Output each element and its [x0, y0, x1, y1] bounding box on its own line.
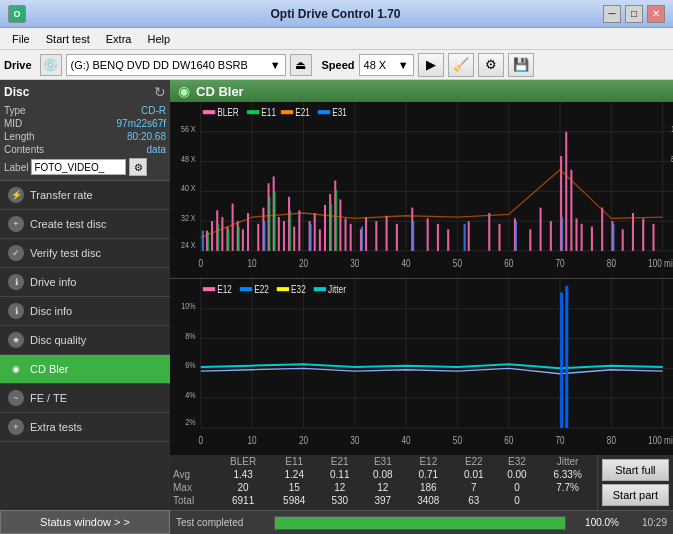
svg-text:E11: E11 [261, 105, 276, 117]
disc-label-label: Label [4, 162, 28, 173]
svg-rect-54 [498, 224, 500, 251]
svg-rect-108 [247, 110, 259, 114]
drive-selector[interactable]: (G:) BENQ DVD DD DW1640 BSRB ▼ [66, 54, 286, 76]
nav-create-test-disc[interactable]: + Create test disc [0, 210, 170, 239]
svg-text:20: 20 [299, 434, 308, 446]
svg-text:Jitter: Jitter [328, 282, 346, 294]
speed-label: Speed [322, 59, 355, 71]
nav-disc-quality[interactable]: ★ Disc quality [0, 326, 170, 355]
disc-type-value: CD-R [141, 105, 166, 116]
app-title: Opti Drive Control 1.70 [68, 7, 603, 21]
menu-file[interactable]: File [4, 31, 38, 47]
verify-icon: ✓ [8, 245, 24, 261]
svg-rect-75 [269, 197, 271, 251]
chart-header-icon: ◉ [178, 83, 190, 99]
svg-rect-131 [565, 286, 568, 428]
svg-rect-29 [278, 217, 280, 251]
svg-rect-52 [468, 221, 470, 251]
disc-section: Disc ↻ Type CD-R MID 97m22s67f Length 80… [0, 80, 170, 181]
menu-extra[interactable]: Extra [98, 31, 140, 47]
disc-label-action-button[interactable]: ⚙ [129, 158, 147, 176]
table-row: Avg 1.43 1.24 0.11 0.08 0.71 0.01 0.00 6… [170, 468, 597, 481]
stats-header-e31: E31 [361, 455, 404, 468]
nav-extra-tests[interactable]: + Extra tests [0, 413, 170, 442]
svg-text:56 X: 56 X [181, 123, 196, 134]
stats-table: BLER E11 E21 E31 E12 E22 E32 Jitter Avg [170, 455, 597, 507]
minimize-button[interactable]: ─ [603, 5, 621, 23]
svg-rect-41 [345, 218, 347, 250]
nav-verify-test-disc[interactable]: ✓ Verify test disc [0, 239, 170, 268]
svg-rect-83 [361, 227, 363, 251]
svg-rect-23 [242, 229, 244, 251]
svg-text:40: 40 [402, 434, 411, 446]
svg-rect-70 [652, 224, 654, 251]
svg-rect-151 [277, 287, 289, 291]
svg-rect-86 [515, 221, 517, 251]
svg-rect-149 [240, 287, 252, 291]
disc-mid-value: 97m22s67f [117, 118, 166, 129]
drive-open-icon[interactable]: ⏏ [290, 54, 312, 76]
total-e31: 397 [361, 494, 404, 507]
status-window-button[interactable]: Status window > > [0, 510, 170, 534]
svg-text:10%: 10% [181, 300, 196, 311]
svg-rect-65 [601, 208, 603, 251]
disc-mid-label: MID [4, 118, 22, 129]
close-button[interactable]: ✕ [647, 5, 665, 23]
stats-header-e12: E12 [404, 455, 452, 468]
svg-text:6%: 6% [185, 359, 196, 370]
svg-text:100 min: 100 min [648, 257, 673, 269]
max-e32: 0 [495, 481, 538, 494]
disc-refresh-icon[interactable]: ↻ [154, 84, 166, 100]
svg-rect-19 [221, 217, 223, 251]
progress-bar-container [274, 516, 566, 530]
nav-transfer-rate[interactable]: ⚡ Transfer rate [0, 181, 170, 210]
svg-text:E32: E32 [291, 282, 306, 294]
svg-rect-46 [386, 216, 388, 251]
nav-disc-info[interactable]: ℹ Disc info [0, 297, 170, 326]
extra-tests-icon: + [8, 419, 24, 435]
speed-selector[interactable]: 48 X ▼ [359, 54, 414, 76]
nav-drive-info[interactable]: ℹ Drive info [0, 268, 170, 297]
svg-rect-130 [560, 293, 563, 428]
svg-rect-51 [447, 229, 449, 251]
svg-text:50: 50 [453, 434, 462, 446]
apply-speed-button[interactable]: ▶ [418, 53, 444, 77]
disc-type-label: Type [4, 105, 26, 116]
svg-rect-53 [488, 213, 490, 251]
nav-fe-te[interactable]: ~ FE / TE [0, 384, 170, 413]
menu-help[interactable]: Help [139, 31, 178, 47]
drive-eject-icon[interactable]: 💿 [40, 54, 62, 76]
svg-text:100 min: 100 min [648, 434, 673, 446]
stats-area: BLER E11 E21 E31 E12 E22 E32 Jitter Avg [170, 455, 597, 510]
svg-rect-21 [232, 204, 234, 251]
bottom-chart: 10% 8% 6% 4% 2% 0 10 20 30 40 50 60 70 8… [170, 279, 673, 455]
svg-rect-37 [324, 205, 326, 251]
save-button[interactable]: 💾 [508, 53, 534, 77]
svg-rect-47 [396, 224, 398, 251]
disc-length-value: 80:20.68 [127, 131, 166, 142]
svg-rect-78 [330, 204, 332, 251]
settings-button[interactable]: ⚙ [478, 53, 504, 77]
stats-header-e32: E32 [495, 455, 538, 468]
maximize-button[interactable]: □ [625, 5, 643, 23]
cd-bler-icon: ◉ [8, 361, 24, 377]
svg-rect-67 [622, 229, 624, 251]
right-panel: ◉ CD Bler [170, 80, 673, 534]
svg-text:4%: 4% [185, 389, 196, 400]
svg-text:30: 30 [350, 434, 359, 446]
menu-start-test[interactable]: Start test [38, 31, 98, 47]
clear-button[interactable]: 🧹 [448, 53, 474, 77]
left-panel: Disc ↻ Type CD-R MID 97m22s67f Length 80… [0, 80, 170, 534]
svg-rect-73 [227, 229, 229, 251]
total-jitter [538, 494, 596, 507]
create-test-icon: + [8, 216, 24, 232]
svg-rect-80 [202, 231, 204, 251]
svg-text:80: 80 [607, 257, 616, 269]
start-full-button[interactable]: Start full [602, 459, 669, 481]
nav-cd-bler[interactable]: ◉ CD Bler [0, 355, 170, 384]
start-part-button[interactable]: Start part [602, 484, 669, 506]
svg-rect-58 [550, 221, 552, 251]
disc-label-input[interactable] [31, 159, 126, 175]
svg-rect-147 [203, 287, 215, 291]
svg-text:BLER: BLER [217, 105, 239, 117]
